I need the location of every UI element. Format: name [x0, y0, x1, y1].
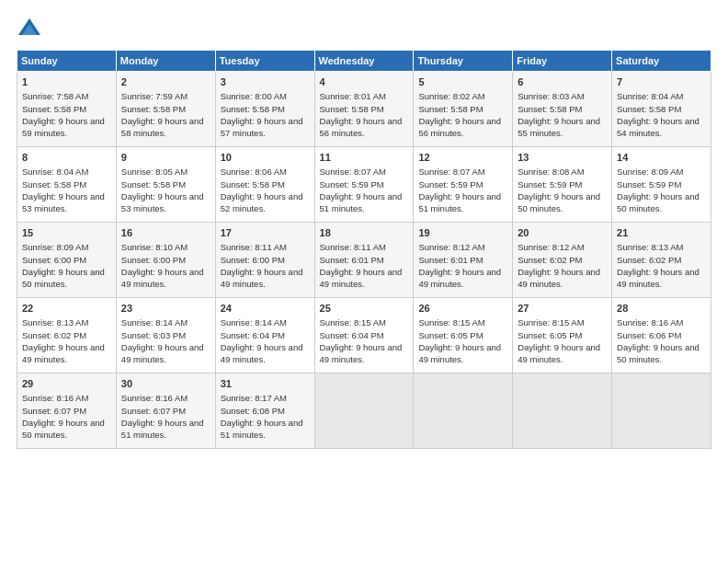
cell-text: Sunrise: 8:04 AM — [617, 90, 706, 102]
cell-text: Daylight: 9 hours and 49 minutes. — [121, 266, 210, 291]
calendar-cell — [513, 373, 612, 449]
day-number: 2 — [121, 75, 210, 89]
cell-text: Sunrise: 8:14 AM — [121, 316, 210, 328]
calendar-cell: 28Sunrise: 8:16 AMSunset: 6:06 PMDayligh… — [612, 298, 711, 373]
calendar-cell: 30Sunrise: 8:16 AMSunset: 6:07 PMDayligh… — [116, 373, 215, 449]
day-number: 24 — [221, 302, 310, 316]
cell-text: Daylight: 9 hours and 50 minutes. — [617, 341, 706, 366]
cell-text: Sunset: 6:04 PM — [221, 329, 310, 341]
day-number: 19 — [418, 226, 507, 240]
weekday-header: Saturday — [612, 51, 711, 72]
cell-text: Daylight: 9 hours and 50 minutes. — [617, 190, 706, 215]
cell-text: Daylight: 9 hours and 59 minutes. — [22, 115, 111, 140]
day-number: 12 — [418, 151, 507, 165]
calendar-cell: 15Sunrise: 8:09 AMSunset: 6:00 PMDayligh… — [17, 223, 117, 298]
cell-text: Sunset: 5:58 PM — [22, 178, 111, 190]
day-number: 13 — [518, 151, 607, 165]
day-number: 23 — [121, 302, 210, 316]
cell-text: Sunset: 5:58 PM — [22, 103, 111, 115]
cell-text: Sunset: 6:02 PM — [617, 254, 706, 266]
cell-text: Daylight: 9 hours and 53 minutes. — [22, 190, 111, 215]
page: SundayMondayTuesdayWednesdayThursdayFrid… — [0, 0, 728, 563]
calendar-cell: 24Sunrise: 8:14 AMSunset: 6:04 PMDayligh… — [215, 298, 314, 373]
cell-text: Daylight: 9 hours and 53 minutes. — [121, 190, 210, 215]
day-number: 31 — [221, 377, 310, 391]
calendar-cell: 21Sunrise: 8:13 AMSunset: 6:02 PMDayligh… — [612, 223, 711, 298]
calendar-cell: 22Sunrise: 8:13 AMSunset: 6:02 PMDayligh… — [17, 298, 117, 373]
cell-text: Daylight: 9 hours and 49 minutes. — [22, 341, 111, 366]
cell-text: Daylight: 9 hours and 55 minutes. — [518, 115, 607, 140]
cell-text: Sunset: 5:58 PM — [121, 103, 210, 115]
calendar-cell: 19Sunrise: 8:12 AMSunset: 6:01 PMDayligh… — [414, 223, 513, 298]
calendar-cell: 4Sunrise: 8:01 AMSunset: 5:58 PMDaylight… — [314, 72, 414, 147]
cell-text: Daylight: 9 hours and 51 minutes. — [221, 417, 310, 442]
cell-text: Sunset: 6:04 PM — [320, 329, 409, 341]
calendar-header-row: SundayMondayTuesdayWednesdayThursdayFrid… — [17, 51, 711, 72]
cell-text: Sunset: 5:59 PM — [320, 178, 409, 190]
day-number: 27 — [518, 302, 607, 316]
cell-text: Daylight: 9 hours and 49 minutes. — [320, 341, 409, 366]
calendar-cell: 13Sunrise: 8:08 AMSunset: 5:59 PMDayligh… — [513, 147, 612, 223]
cell-text: Sunrise: 8:09 AM — [617, 166, 706, 178]
calendar-cell: 2Sunrise: 7:59 AMSunset: 5:58 PMDaylight… — [116, 72, 215, 147]
cell-text: Sunrise: 8:16 AM — [22, 392, 111, 404]
calendar-cell: 10Sunrise: 8:06 AMSunset: 5:58 PMDayligh… — [215, 147, 314, 223]
cell-text: Daylight: 9 hours and 51 minutes. — [121, 417, 210, 442]
calendar-cell: 27Sunrise: 8:15 AMSunset: 6:05 PMDayligh… — [513, 298, 612, 373]
cell-text: Sunset: 6:00 PM — [121, 254, 210, 266]
cell-text: Sunrise: 8:08 AM — [518, 166, 607, 178]
cell-text: Daylight: 9 hours and 56 minutes. — [418, 115, 507, 140]
calendar-cell: 3Sunrise: 8:00 AMSunset: 5:58 PMDaylight… — [215, 72, 314, 147]
cell-text: Sunset: 6:01 PM — [320, 254, 409, 266]
day-number: 14 — [617, 151, 706, 165]
cell-text: Daylight: 9 hours and 51 minutes. — [320, 190, 409, 215]
cell-text: Sunset: 6:07 PM — [22, 405, 111, 417]
day-number: 26 — [418, 302, 507, 316]
cell-text: Sunset: 5:59 PM — [617, 178, 706, 190]
weekday-header: Tuesday — [215, 51, 314, 72]
cell-text: Sunset: 6:07 PM — [121, 405, 210, 417]
cell-text: Daylight: 9 hours and 49 minutes. — [617, 266, 706, 291]
cell-text: Sunset: 5:58 PM — [617, 103, 706, 115]
cell-text: Sunset: 6:00 PM — [221, 254, 310, 266]
cell-text: Daylight: 9 hours and 49 minutes. — [221, 341, 310, 366]
cell-text: Sunset: 6:05 PM — [418, 329, 507, 341]
cell-text: Daylight: 9 hours and 50 minutes. — [518, 190, 607, 215]
cell-text: Daylight: 9 hours and 57 minutes. — [221, 115, 310, 140]
cell-text: Sunrise: 8:15 AM — [320, 316, 409, 328]
day-number: 7 — [617, 75, 706, 89]
cell-text: Sunrise: 8:17 AM — [221, 392, 310, 404]
day-number: 3 — [221, 75, 310, 89]
calendar-cell: 25Sunrise: 8:15 AMSunset: 6:04 PMDayligh… — [314, 298, 414, 373]
cell-text: Sunset: 5:58 PM — [320, 103, 409, 115]
cell-text: Sunrise: 8:07 AM — [320, 166, 409, 178]
calendar-cell: 7Sunrise: 8:04 AMSunset: 5:58 PMDaylight… — [612, 72, 711, 147]
calendar-cell: 17Sunrise: 8:11 AMSunset: 6:00 PMDayligh… — [215, 223, 314, 298]
day-number: 22 — [22, 302, 111, 316]
day-number: 1 — [22, 75, 111, 89]
cell-text: Daylight: 9 hours and 50 minutes. — [22, 417, 111, 442]
cell-text: Daylight: 9 hours and 49 minutes. — [418, 266, 507, 291]
cell-text: Sunset: 5:58 PM — [418, 103, 507, 115]
calendar-cell: 20Sunrise: 8:12 AMSunset: 6:02 PMDayligh… — [513, 223, 612, 298]
cell-text: Sunrise: 8:00 AM — [221, 90, 310, 102]
calendar-week-row: 22Sunrise: 8:13 AMSunset: 6:02 PMDayligh… — [17, 298, 711, 373]
cell-text: Sunrise: 8:13 AM — [617, 241, 706, 253]
day-number: 17 — [221, 226, 310, 240]
cell-text: Daylight: 9 hours and 49 minutes. — [121, 341, 210, 366]
day-number: 11 — [320, 151, 409, 165]
day-number: 21 — [617, 226, 706, 240]
cell-text: Daylight: 9 hours and 49 minutes. — [418, 341, 507, 366]
calendar-cell: 16Sunrise: 8:10 AMSunset: 6:00 PMDayligh… — [116, 223, 215, 298]
calendar-cell: 29Sunrise: 8:16 AMSunset: 6:07 PMDayligh… — [17, 373, 117, 449]
cell-text: Sunset: 6:06 PM — [617, 329, 706, 341]
day-number: 8 — [22, 151, 111, 165]
day-number: 28 — [617, 302, 706, 316]
calendar: SundayMondayTuesdayWednesdayThursdayFrid… — [17, 50, 711, 449]
weekday-header: Thursday — [414, 51, 513, 72]
header — [17, 17, 711, 42]
cell-text: Sunrise: 8:05 AM — [121, 166, 210, 178]
cell-text: Sunrise: 8:09 AM — [22, 241, 111, 253]
cell-text: Daylight: 9 hours and 54 minutes. — [617, 115, 706, 140]
calendar-cell: 9Sunrise: 8:05 AMSunset: 5:58 PMDaylight… — [116, 147, 215, 223]
